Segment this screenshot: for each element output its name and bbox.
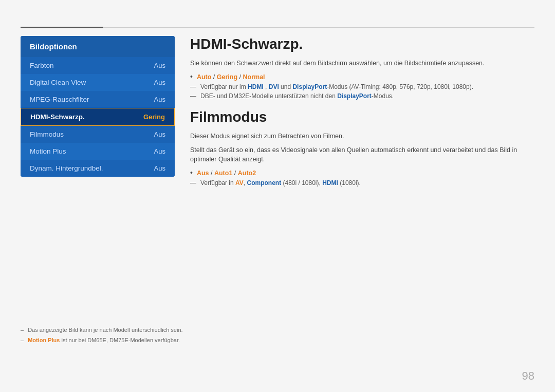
hdmi-section-title: HDMI-Schwarzp. — [190, 36, 534, 52]
sidebar-item-hdmi-schwarzp[interactable]: HDMI-Schwarzp. Gering — [21, 108, 175, 126]
hdmi-description: Sie können den Schwarzwert direkt auf de… — [190, 59, 534, 68]
sidebar-item-value: Aus — [154, 147, 165, 155]
sidebar-header: Bildoptionen — [21, 36, 175, 57]
hdmi-note-1: ― Verfügbar nur im HDMI , DVI und Displa… — [190, 83, 534, 90]
top-decorative-lines — [21, 27, 534, 28]
sidebar-item-value: Gering — [143, 113, 165, 121]
sidebar-item-label: MPEG-Rauschfilter — [30, 96, 89, 103]
main-content: HDMI-Schwarzp. Sie können den Schwarzwer… — [190, 36, 534, 371]
dash-mark-2: ― — [190, 92, 196, 100]
footer-note-1-text: Das angezeigte Bild kann je nach Modell … — [28, 325, 182, 335]
footer-notes: – Das angezeigte Bild kann je nach Model… — [21, 325, 183, 346]
sidebar-item-label: Farbton — [30, 62, 54, 69]
footer-dash-2: – — [21, 335, 24, 346]
footer-note-2: – Motion Plus ist nur bei DM65E, DM75E-M… — [21, 335, 183, 346]
hdmi-option-auto: Auto / Gering / Normal — [197, 73, 265, 81]
sidebar-item-motionplus[interactable]: Motion Plus Aus — [21, 143, 175, 160]
film-note-text: Verfügbar in AV, Component (480i / 1080i… — [200, 179, 361, 186]
film-options: Aus / Auto1 / Auto2 — [197, 170, 256, 177]
sidebar-item-dynam[interactable]: Dynam. Hintergrundbel. Aus — [21, 160, 175, 177]
hdmi-note-1-text: Verfügbar nur im HDMI , DVI und DisplayP… — [200, 83, 473, 90]
film-desc-2: Stellt das Gerät so ein, dass es Videosi… — [190, 145, 534, 165]
hdmi-note-2-text: DBE- und DM32E-Modelle unterstützen nich… — [200, 92, 394, 100]
film-note: ― Verfügbar in AV, Component (480i / 108… — [190, 179, 534, 186]
sidebar-item-label: Filmmodus — [30, 130, 64, 138]
dash-mark-film: ― — [190, 179, 196, 186]
bullet-dot: • — [190, 72, 193, 81]
sidebar-item-value: Aus — [154, 62, 165, 69]
sidebar-item-value: Aus — [154, 164, 165, 172]
film-desc-1: Dieser Modus eignet sich zum Betrachten … — [190, 132, 534, 141]
sidebar-item-value: Aus — [154, 130, 165, 138]
sidebar-item-farbton[interactable]: Farbton Aus — [21, 57, 175, 74]
hdmi-note-2: ― DBE- und DM32E-Modelle unterstützen ni… — [190, 92, 534, 100]
film-section-title: Filmmodus — [190, 109, 534, 125]
sidebar-item-value: Aus — [154, 96, 165, 103]
dash-mark-1: ― — [190, 83, 196, 90]
sidebar-item-label: HDMI-Schwarzp. — [30, 113, 85, 121]
sidebar-item-value: Aus — [154, 79, 165, 86]
sidebar-item-digitalcleanview[interactable]: Digital Clean View Aus — [21, 74, 175, 91]
top-line-light — [103, 27, 534, 28]
footer-note-2-text: Motion Plus ist nur bei DM65E, DM75E-Mod… — [28, 335, 180, 346]
footer-note-1: – Das angezeigte Bild kann je nach Model… — [21, 325, 183, 335]
footer-dash-1: – — [21, 325, 24, 335]
top-line-dark — [21, 27, 103, 28]
sidebar-item-label: Dynam. Hintergrundbel. — [30, 164, 103, 172]
film-bullet-options: • Aus / Auto1 / Auto2 — [190, 169, 534, 177]
bullet-dot-film: • — [190, 169, 193, 177]
sidebar: Bildoptionen Farbton Aus Digital Clean V… — [21, 36, 175, 177]
sidebar-item-label: Motion Plus — [30, 147, 66, 155]
sidebar-item-filmmodus[interactable]: Filmmodus Aus — [21, 126, 175, 143]
sidebar-item-mpeg[interactable]: MPEG-Rauschfilter Aus — [21, 91, 175, 108]
sidebar-item-label: Digital Clean View — [30, 79, 86, 86]
page-number: 98 — [522, 369, 534, 383]
hdmi-bullet-options: • Auto / Gering / Normal — [190, 72, 534, 81]
